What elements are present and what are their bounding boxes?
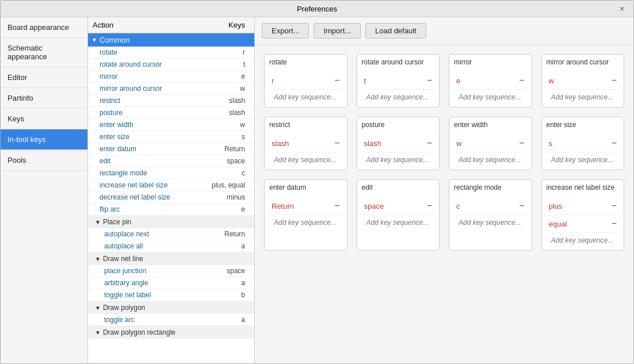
key-card-enter-datum: enter datumReturn−Add key sequence... [264,179,347,251]
add-key-sequence-button[interactable]: Add key sequence... [454,152,527,167]
key-card-rotate-around-cursor: rotate around cursort−Add key sequence..… [357,54,440,108]
action-row[interactable]: increase net label sizeplus, equal [88,179,254,191]
key-card-content: space−Add key sequence... [357,195,440,232]
sidebar-item-pools[interactable]: Pools [1,150,87,171]
add-key-sequence-button[interactable]: Add key sequence... [454,215,527,230]
sub-action-row[interactable]: arbitrary anglea [88,277,254,289]
add-key-sequence-button[interactable]: Add key sequence... [547,152,620,167]
action-row[interactable]: restrictslash [88,95,254,107]
sub-action-row[interactable]: autoplace alla [88,240,254,252]
sidebar-item-in-tool-keys[interactable]: In-tool keys [1,129,87,150]
key-entry: equal− [547,215,620,233]
action-row[interactable]: postureslash [88,107,254,119]
remove-key-button[interactable]: − [334,201,339,211]
subgroup-header-place-pin[interactable]: ▼Place pin [88,216,254,228]
add-key-sequence-button[interactable]: Add key sequence... [362,215,435,230]
subgroup-header-draw-net-line[interactable]: ▼Draw net line [88,252,254,265]
key-card-content: t−Add key sequence... [357,70,440,107]
action-row[interactable]: rotate around cursort [88,59,254,71]
sidebar-item-board-appearance[interactable]: Board appearance [1,17,87,38]
action-row[interactable]: enter widthw [88,119,254,131]
remove-key-button[interactable]: − [334,138,339,148]
action-row[interactable]: mirror around cursorw [88,83,254,95]
remove-key-button[interactable]: − [427,138,432,148]
add-key-sequence-button[interactable]: Add key sequence... [454,90,527,105]
key-card-title: edit [357,180,440,195]
action-row[interactable]: flip arce [88,204,254,216]
remove-key-button[interactable]: − [612,138,617,148]
action-key: s [204,133,250,141]
remove-key-button[interactable]: − [612,219,617,229]
sub-action-row[interactable]: toggle arca [88,314,254,326]
remove-key-button[interactable]: − [519,138,524,148]
key-entry: c− [454,197,527,215]
key-card-content: s−Add key sequence... [542,132,624,170]
remove-key-button[interactable]: − [519,75,524,86]
key-entry: e− [454,72,527,90]
action-key: minus [204,193,250,201]
action-row[interactable]: rectangle modec [88,167,254,179]
toolbar: Export... Import... Load default [255,17,633,45]
key-value: w [456,139,461,148]
remove-key-button[interactable]: − [519,201,524,211]
add-key-sequence-button[interactable]: Add key sequence... [269,90,342,105]
action-row[interactable]: rotater [88,47,254,59]
sub-action-row[interactable]: place junctionspace [88,265,254,277]
add-key-sequence-button[interactable]: Add key sequence... [547,233,620,248]
keys-column-header: Keys [204,21,250,29]
group-header-common[interactable]: ▼Common [88,33,254,47]
subgroup-header-draw-polygon-rectangle[interactable]: ▼Draw polygon rectangle [88,326,254,339]
add-key-sequence-button[interactable]: Add key sequence... [269,152,342,167]
import-button[interactable]: Import... [314,23,361,39]
key-card-content: Return−Add key sequence... [265,195,347,232]
action-label: increase net label size [100,181,204,189]
action-row[interactable]: mirrore [88,71,254,83]
sidebar-item-schematic-appearance[interactable]: Schematic appearance [1,38,87,67]
export-button[interactable]: Export... [262,23,309,39]
add-key-sequence-button[interactable]: Add key sequence... [547,90,620,105]
action-label: place junction [104,267,204,275]
sub-action-row[interactable]: autoplace nextReturn [88,228,254,240]
key-value: w [549,76,554,85]
sub-action-row[interactable]: toggle net labelb [88,289,254,301]
action-label: autoplace next [104,230,204,238]
action-key: c [204,169,250,177]
key-card-content: slash−Add key sequence... [357,132,440,170]
add-key-sequence-button[interactable]: Add key sequence... [362,90,435,105]
remove-key-button[interactable]: − [427,201,432,211]
close-button[interactable]: × [617,4,627,13]
remove-key-button[interactable]: − [427,75,432,86]
key-entry: Return− [269,197,342,215]
key-value: e [456,76,460,85]
action-list: ▼Commonrotaterrotate around cursortmirro… [88,33,254,363]
key-value: plus [549,202,563,210]
subgroup-triangle-icon: ▼ [95,305,101,311]
subgroup-triangle-icon: ▼ [95,256,101,262]
action-row[interactable]: decrease net label sizeminus [88,191,254,204]
key-card-content: slash−Add key sequence... [265,132,347,170]
action-key: e [204,72,250,81]
load-default-button[interactable]: Load default [365,23,426,39]
action-label: edit [100,157,204,165]
action-header: Action Keys [88,17,254,33]
action-key: space [204,157,250,165]
add-key-sequence-button[interactable]: Add key sequence... [269,215,342,230]
add-key-sequence-button[interactable]: Add key sequence... [362,152,435,167]
key-card-rectangle-mode: rectangle modec−Add key sequence... [449,179,532,251]
action-row[interactable]: editspace [88,155,254,167]
remove-key-button[interactable]: − [334,75,339,86]
action-label: decrease net label size [100,193,204,201]
sidebar-item-partinfo[interactable]: Partinfo [1,88,87,109]
action-key: Return [204,230,250,238]
action-row[interactable]: enter datumReturn [88,143,254,155]
action-row[interactable]: enter sizes [88,131,254,143]
action-column-header: Action [93,21,204,29]
key-entry: w− [547,72,620,90]
remove-key-button[interactable]: − [612,75,617,86]
sidebar-item-keys[interactable]: Keys [1,109,87,129]
action-key: slash [204,109,250,117]
subgroup-header-draw-polygon[interactable]: ▼Draw polygon [88,301,254,314]
remove-key-button[interactable]: − [612,201,617,211]
sidebar-item-editor[interactable]: Editor [1,67,87,88]
action-key: e [204,205,250,213]
